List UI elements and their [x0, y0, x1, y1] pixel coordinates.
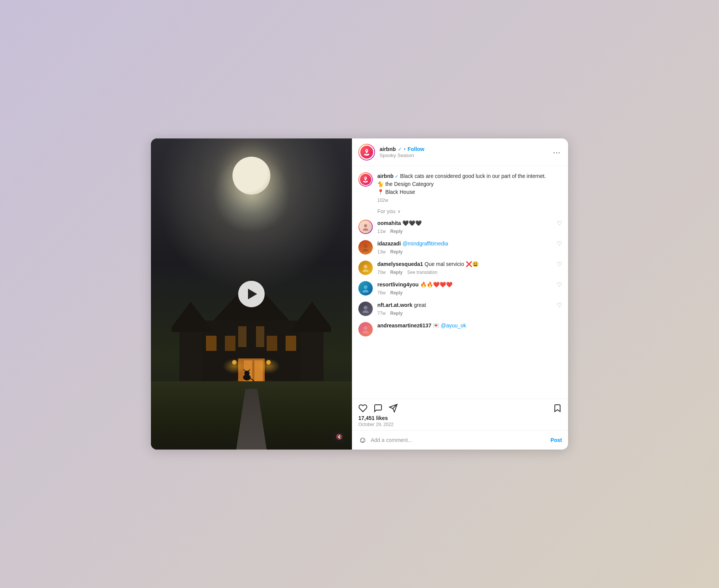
moon-element	[232, 157, 270, 195]
caption-avatar[interactable]	[358, 172, 373, 187]
media-panel: 🔇	[151, 138, 352, 450]
avatar-person-icon	[361, 284, 370, 292]
reply-button[interactable]: Reply	[390, 290, 403, 296]
like-icon[interactable]: ♡	[557, 261, 562, 268]
avatar-inner	[359, 145, 374, 160]
like-icon[interactable]: ♡	[557, 302, 562, 309]
svg-marker-5	[289, 302, 331, 332]
caption-text: airbnb ✓ Black cats are considered good …	[377, 172, 546, 180]
verified-icon: ✓	[398, 146, 402, 152]
mention-text: @mindgraffitimedia	[402, 241, 448, 247]
caption-logo	[360, 174, 371, 185]
svg-point-32	[364, 306, 367, 310]
mention-text: @ayuu_ok	[441, 322, 466, 329]
action-icons-row	[358, 404, 562, 413]
share-button[interactable]	[389, 404, 398, 413]
header-username: airbnb	[380, 146, 396, 152]
comment-text-andrea: andreasmartinez6137 💌 @ayuu_ok	[377, 322, 562, 330]
comment-avatar-idazazadi[interactable]	[358, 240, 373, 255]
for-you-label: For you	[377, 208, 395, 214]
caption-username: airbnb	[377, 173, 394, 179]
svg-point-35	[363, 331, 369, 333]
play-button[interactable]	[238, 281, 265, 307]
header-info: airbnb ✓ • Follow Spooky Season	[380, 146, 547, 158]
caption-body: airbnb ✓ Black cats are considered good …	[377, 172, 546, 203]
cat-silhouette	[239, 367, 254, 382]
comment-body-resort: resortliving4you 🔥🔥❤️❤️❤️ 76w Reply	[377, 281, 552, 296]
post-header: airbnb ✓ • Follow Spooky Season ···	[352, 138, 568, 166]
chevron-down-icon: ∨	[397, 209, 401, 214]
comment-item: oomahita 🖤🖤🖤 11w Reply ♡	[358, 220, 562, 234]
svg-rect-11	[256, 326, 264, 347]
like-icon[interactable]: ♡	[557, 240, 562, 247]
comment-avatar-damely[interactable]	[358, 261, 373, 275]
mute-button[interactable]: 🔇	[333, 431, 345, 443]
add-comment-row: ☺ Post	[352, 430, 568, 450]
see-translation-button[interactable]: See translation	[407, 270, 438, 275]
comment-username: andreasmartinez6137	[377, 322, 431, 329]
reply-button[interactable]: Reply	[390, 270, 403, 275]
header-avatar[interactable]	[358, 144, 375, 160]
comment-avatar-nft[interactable]	[358, 302, 373, 316]
comment-avatar-andrea[interactable]	[358, 322, 373, 336]
pathway	[236, 389, 267, 450]
comment-body-oomahita: oomahita 🖤🖤🖤 11w Reply	[377, 220, 552, 234]
more-options-button[interactable]: ···	[551, 148, 562, 157]
play-icon	[248, 289, 257, 299]
comment-body-nft: nft.art.at.work great 77w Reply	[377, 302, 552, 316]
svg-rect-8	[267, 336, 277, 351]
like-button[interactable]	[358, 404, 367, 413]
comment-text-resort: resortliving4you 🔥🔥❤️❤️❤️	[377, 281, 552, 289]
comment-time: 13w	[377, 249, 386, 255]
comment-username: damelysesqueda1	[377, 261, 423, 267]
svg-point-34	[364, 326, 367, 330]
ground	[151, 381, 352, 450]
svg-rect-6	[206, 336, 217, 351]
username-row: airbnb ✓ • Follow	[380, 146, 547, 152]
post-comment-button[interactable]: Post	[551, 437, 562, 443]
comment-button[interactable]	[374, 404, 383, 413]
comment-avatar-resort[interactable]	[358, 281, 373, 296]
like-icon[interactable]: ♡	[557, 220, 562, 227]
svg-point-27	[363, 249, 369, 252]
emoji-button[interactable]: ☺	[358, 435, 367, 445]
comment-body-andrea: andreasmartinez6137 💌 @ayuu_ok	[377, 322, 562, 330]
comments-area[interactable]: airbnb ✓ Black cats are considered good …	[352, 166, 568, 399]
airbnb-icon	[363, 148, 370, 156]
actions-bar: 17,451 likes October 29, 2022	[352, 399, 568, 430]
svg-point-28	[364, 265, 367, 269]
caption-row: airbnb ✓ Black cats are considered good …	[358, 172, 562, 203]
follow-button[interactable]: Follow	[408, 146, 424, 152]
comment-input[interactable]	[370, 437, 546, 443]
bookmark-button[interactable]	[553, 404, 562, 413]
avatar-person-icon	[361, 305, 370, 313]
avatar-person-icon	[362, 223, 369, 231]
comment-body-damely: damelysesqueda1 Que mal servicio ❌😩 70w …	[377, 261, 552, 275]
reply-button[interactable]: Reply	[390, 229, 403, 234]
reply-button[interactable]: Reply	[390, 249, 403, 255]
comment-item: resortliving4you 🔥🔥❤️❤️❤️ 76w Reply ♡	[358, 281, 562, 296]
comment-meta-damely: 70w Reply See translation	[377, 270, 552, 275]
svg-point-18	[257, 358, 280, 374]
svg-point-33	[363, 310, 369, 313]
svg-point-30	[364, 285, 367, 289]
svg-point-24	[364, 224, 367, 227]
comment-username: idazazadi	[377, 241, 401, 247]
svg-marker-4	[172, 302, 214, 332]
reply-button[interactable]: Reply	[390, 311, 403, 316]
svg-rect-10	[238, 326, 246, 347]
caption-line2: 🐈 the Design Category	[377, 180, 546, 188]
comment-item: idazazadi @mindgraffitimedia 13w Reply ♡	[358, 240, 562, 255]
for-you-row[interactable]: For you ∨	[358, 208, 562, 214]
comment-avatar-oomahita[interactable]	[358, 220, 373, 234]
post-panel: airbnb ✓ • Follow Spooky Season ···	[352, 138, 568, 450]
caption-line3: 📍 Black House	[377, 188, 546, 196]
comment-item: damelysesqueda1 Que mal servicio ❌😩 70w …	[358, 261, 562, 275]
like-icon[interactable]: ♡	[557, 281, 562, 288]
comment-text-idazazadi: idazazadi @mindgraffitimedia	[377, 240, 552, 248]
comment-time: 70w	[377, 270, 386, 275]
svg-point-31	[363, 290, 369, 292]
svg-rect-9	[286, 336, 296, 351]
heart-icon	[358, 404, 367, 413]
bookmark-icon	[553, 404, 562, 413]
